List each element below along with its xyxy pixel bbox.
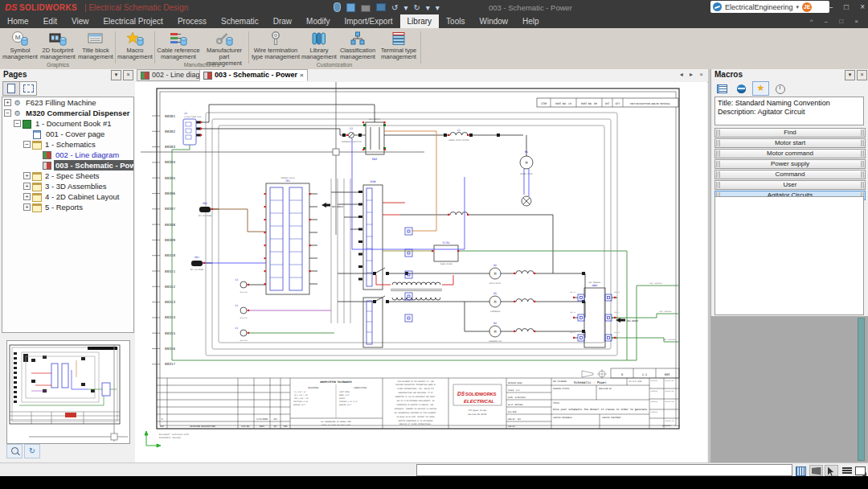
menu-process[interactable]: Process [170, 14, 214, 28]
menu-edit[interactable]: Edit [36, 14, 64, 28]
tree-item-project[interactable]: −⚙M320 Commercial Dispenser [2, 108, 133, 118]
expander-icon[interactable]: − [4, 109, 11, 117]
macro-items-list[interactable] [714, 196, 864, 315]
pages-pin-button[interactable]: ▾ [111, 70, 121, 80]
schematic-sheet: ITEM PART NO. LH PART NO. RH SHT QTY PAR… [135, 82, 707, 462]
avatar[interactable]: JE [802, 2, 812, 12]
macros-pin-button[interactable]: ▾ [845, 70, 855, 80]
undo-caret[interactable]: ▾ [403, 3, 407, 12]
svg-text:4-POLE POWER PLUG: 4-POLE POWER PLUG [184, 116, 202, 118]
expander-icon[interactable]: + [23, 172, 31, 179]
close-button[interactable]: × [860, 0, 865, 14]
grid-toggle-button[interactable] [794, 465, 808, 476]
expander-icon[interactable]: + [23, 183, 31, 190]
expander-icon[interactable]: + [23, 193, 31, 200]
macro-group-motor-command[interactable]: Motor command [714, 149, 866, 158]
terminal-type-management-button[interactable]: Terminal typemanagement [379, 30, 419, 65]
redo-button[interactable]: ↻ [413, 3, 420, 12]
menu-draw[interactable]: Draw [266, 14, 299, 28]
expander-icon[interactable]: + [4, 99, 11, 106]
menu-view[interactable]: View [64, 14, 96, 28]
tab-navigation-buttons[interactable]: ◂ ▸ × [680, 71, 706, 78]
cable-reference-management-button[interactable]: Cable referencemanagement [156, 30, 201, 65]
command-input[interactable] [416, 464, 792, 476]
thumbnail-zoom-button[interactable] [6, 444, 23, 458]
macro-group-find[interactable]: Find [714, 128, 866, 138]
svg-text:GND TERMINAL: GND TERMINAL [659, 310, 672, 313]
macros-close-button[interactable]: × [857, 70, 867, 80]
save-icon[interactable] [346, 3, 355, 12]
macro-management-button[interactable]: Macromanagement [117, 30, 154, 65]
pages-close-button[interactable]: × [123, 70, 133, 80]
selection-window-button[interactable] [854, 465, 867, 476]
cursor-mode-button[interactable] [825, 465, 838, 476]
svg-text:GND1: GND1 [592, 284, 597, 287]
folder-icon [32, 174, 42, 181]
tree-item-line-diagram[interactable]: 002 - Line diagram [2, 150, 133, 160]
tree-item-schematics-folder[interactable]: −1 - Schematics [2, 139, 133, 150]
tree-item-book[interactable]: −1 - Document Book #1 [2, 118, 133, 129]
vertical-scrollbar[interactable] [858, 318, 865, 461]
menu-tools[interactable]: Tools [439, 14, 472, 28]
library-management-button[interactable]: Librarymanagement [301, 30, 337, 65]
menu-schematic[interactable]: Schematic [214, 14, 266, 28]
classification-management-button[interactable]: Classificationmanagement [337, 30, 379, 65]
tree-item-project[interactable]: +⚙F623 Filling Machine [2, 97, 133, 108]
tab-schematic-power[interactable]: 003 - Schematic - Power × [199, 69, 308, 81]
title-block-management-button[interactable]: Title blockmanagement [77, 30, 114, 65]
svg-text:PART NO. LH: PART NO. LH [555, 102, 571, 105]
thumbnail-preview[interactable] [6, 340, 130, 444]
macro-list-view-button[interactable] [714, 81, 731, 96]
minimize-button[interactable]: – [829, 0, 833, 14]
menu-electrical-project[interactable]: Electrical Project [96, 14, 170, 28]
manufacturer-part-management-button[interactable]: Manufacturerpart management [201, 30, 248, 65]
panel-splitter[interactable] [708, 69, 710, 462]
undo-button[interactable]: ↺ [391, 3, 398, 12]
tree-item-schematic-power[interactable]: 003 - Schematic - Power [2, 160, 133, 171]
svg-text:HAYNES INTERNATIONAL, INC. AND: HAYNES INTERNATIONAL, INC. AND/OR ITS [397, 388, 434, 390]
thumbnail-refresh-button[interactable]: ↻ [24, 444, 40, 458]
pages-tab-layout[interactable] [19, 81, 37, 96]
pages-tab-documents[interactable] [2, 81, 20, 96]
tree-item-cover-page[interactable]: 001 - Cover page [2, 129, 133, 139]
svg-text:CONTAINS PROPRIETARY INFORMATI: CONTAINS PROPRIETARY INFORMATION OWNED B… [395, 384, 436, 386]
expander-icon[interactable]: + [23, 203, 31, 211]
expander-icon[interactable]: − [14, 120, 21, 127]
menu-modify[interactable]: Modify [299, 14, 337, 28]
wire-termination-type-management-button[interactable]: Wire terminationtype management [250, 30, 301, 65]
svg-text:CAD PLOT SIZE: CAD PLOT SIZE [628, 380, 642, 383]
tree-item-spec-sheets[interactable]: +2 - Spec Sheets [2, 171, 133, 181]
menu-window[interactable]: Window [472, 14, 515, 28]
menu-home[interactable]: Home [0, 14, 36, 28]
menu-library[interactable]: Library [400, 14, 440, 28]
svg-text:Schematic - Power: Schematic - Power [662, 425, 681, 427]
redo-caret[interactable]: ▾ [426, 3, 430, 12]
ortho-toggle-button[interactable] [809, 465, 823, 476]
tree-item-3d-assemblies[interactable]: +3 - 3D Assemblies [2, 181, 133, 191]
symbol-management-button[interactable]: M Symbolmanagement [2, 30, 39, 65]
macro-group-power-supply[interactable]: Power supply [714, 159, 866, 169]
maximize-button[interactable]: □ [844, 0, 849, 14]
macro-group-user[interactable]: User [714, 180, 866, 190]
macro-recent-button[interactable] [772, 81, 788, 96]
lineweight-toggle-button[interactable] [840, 465, 854, 476]
print-icon[interactable] [361, 5, 371, 12]
2d-footprint-management-button[interactable]: 2D footprintmanagement [39, 30, 77, 65]
document-window-controls[interactable]: ^ – □ × [810, 14, 863, 28]
svg-text:IN WHOLE OR IN PART, WITHOUT T: IN WHOLE OR IN PART, WITHOUT THE PRIOR [397, 416, 436, 418]
account-chip[interactable]: ElectricalEngineering ▾ JE [710, 1, 829, 13]
menu-help[interactable]: Help [515, 14, 547, 28]
mouse-gesture-icon[interactable] [334, 2, 341, 12]
macro-favorites-button[interactable]: ★ [752, 81, 769, 96]
tree-item-reports[interactable]: +5 - Reports [2, 202, 133, 212]
print-preview-icon[interactable] [376, 3, 386, 11]
tree-item-2d-cabinet-layout[interactable]: +4 - 2D Cabinet Layout [2, 191, 133, 202]
macro-sync-button[interactable] [733, 81, 750, 96]
macro-group-motor-start[interactable]: Motor start [714, 138, 866, 148]
menu-import-export[interactable]: Import/Export [338, 14, 400, 28]
svg-text:ECO NO.: ECO NO. [242, 425, 251, 428]
drawing-canvas[interactable]: ITEM PART NO. LH PART NO. RH SHT QTY PAR… [135, 82, 707, 462]
tab-close-icon[interactable]: × [300, 69, 304, 81]
macro-group-command[interactable]: Command [714, 170, 866, 179]
expander-icon[interactable]: − [23, 141, 31, 148]
